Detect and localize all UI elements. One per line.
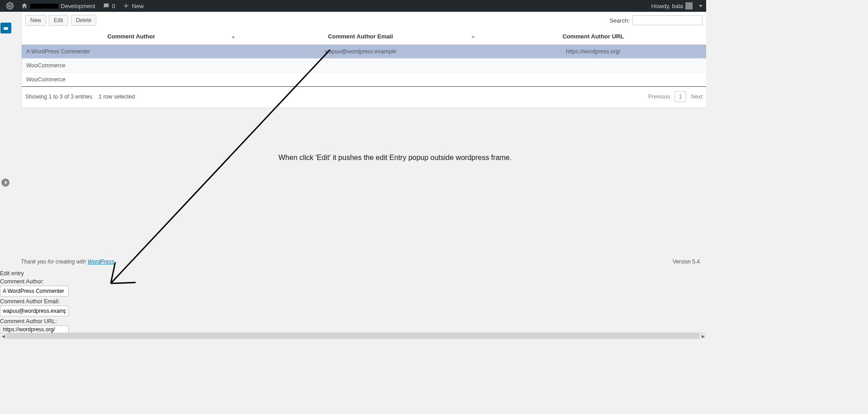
new-link[interactable]: New: [120, 2, 146, 9]
dock-card-button[interactable]: [0, 23, 11, 33]
selected-info: 1 row selected: [99, 94, 135, 100]
author-field-label: Comment Author:: [0, 278, 69, 285]
comments-count: 0: [112, 3, 115, 9]
admin-bar: W Development 0 New Howdy, bala: [0, 0, 706, 12]
comments-table: Comment Author ▲ Comment Author Email ◆ …: [22, 28, 706, 86]
edit-entry-title: Edit entry: [0, 270, 69, 277]
svg-line-4: [111, 282, 136, 283]
table-row[interactable]: A WordPress Commenter wapuu@wordpress.ex…: [22, 45, 706, 59]
cell-email: [241, 59, 480, 73]
new-label: New: [132, 3, 144, 9]
sort-asc-icon: ▲: [231, 34, 236, 39]
wp-logo[interactable]: W: [4, 2, 16, 9]
thanks-prefix: Thank you for creating with: [21, 259, 87, 265]
col-url[interactable]: Comment Author URL: [480, 28, 706, 45]
home-icon: [21, 2, 28, 9]
search-input[interactable]: [632, 15, 703, 25]
horizontal-scrollbar[interactable]: ◀ ▶: [0, 333, 706, 339]
site-link[interactable]: Development: [18, 2, 98, 9]
cell-url: [480, 59, 706, 73]
entries-info: Showing 1 to 3 of 3 entries: [25, 94, 92, 100]
dropdown-caret-icon[interactable]: [699, 5, 703, 7]
card-icon: [3, 25, 9, 31]
annotation-text: When click 'Edit' it pushes the edit Ent…: [278, 154, 512, 162]
site-suffix: Development: [61, 3, 95, 9]
search-label: Search:: [609, 17, 630, 24]
table-row[interactable]: WooCommerce: [22, 73, 706, 87]
pager-page-1[interactable]: 1: [675, 91, 686, 102]
wp-thank-you: Thank you for creating with WordPress.: [21, 259, 116, 265]
col-url-label: Comment Author URL: [562, 33, 624, 40]
col-email-label: Comment Author Email: [328, 33, 393, 40]
scroll-right-icon[interactable]: ▶: [700, 334, 706, 339]
cell-url: https://wordpress.org/: [480, 45, 706, 59]
comment-icon: [103, 2, 110, 9]
svg-rect-1: [4, 26, 8, 27]
svg-line-3: [111, 262, 115, 283]
comments-link[interactable]: 0: [100, 2, 118, 9]
wp-version: Version 5.4: [673, 259, 700, 265]
cell-email: wapuu@wordpress.example: [241, 45, 480, 59]
plus-icon: [123, 2, 130, 9]
left-dock: [0, 23, 12, 33]
cell-author: A WordPress Commenter: [22, 45, 241, 59]
data-panel: New Edit Delete Search: Comment Author ▲…: [21, 12, 706, 108]
edit-entry-popup: Edit entry Comment Author: Comment Autho…: [0, 270, 69, 333]
delete-button[interactable]: Delete: [71, 15, 97, 26]
cell-email: [241, 73, 480, 87]
url-field-label: Comment Author URL:: [0, 318, 69, 325]
cell-url: [480, 73, 706, 87]
sort-both-icon: ◆: [472, 34, 475, 39]
email-field[interactable]: [0, 306, 69, 316]
pager-previous[interactable]: Previous: [648, 94, 670, 100]
cell-author: WooCommerce: [22, 73, 241, 87]
email-field-label: Comment Author Email:: [0, 298, 69, 305]
col-author-label: Comment Author: [107, 33, 155, 40]
table-footer: Showing 1 to 3 of 3 entries 1 row select…: [22, 86, 706, 108]
avatar: [685, 2, 693, 9]
dock-expand-button[interactable]: [1, 179, 9, 187]
howdy-link[interactable]: Howdy, bala: [648, 2, 695, 9]
redacted-site-name: [30, 4, 58, 9]
new-button[interactable]: New: [25, 15, 46, 26]
url-field[interactable]: [0, 325, 69, 333]
pager-next[interactable]: Next: [691, 94, 703, 100]
period: .: [114, 259, 116, 265]
scrollbar-track[interactable]: [6, 333, 700, 339]
author-field[interactable]: [0, 286, 69, 296]
edit-button[interactable]: Edit: [49, 15, 68, 26]
col-author[interactable]: Comment Author ▲: [22, 28, 241, 45]
table-row[interactable]: WooCommerce: [22, 59, 706, 73]
howdy-text: Howdy, bala: [651, 3, 683, 9]
col-email[interactable]: Comment Author Email ◆: [241, 28, 480, 45]
cell-author: WooCommerce: [22, 59, 241, 73]
wordpress-link[interactable]: WordPress: [87, 259, 114, 265]
scroll-left-icon[interactable]: ◀: [0, 334, 6, 339]
toolbar: New Edit Delete Search:: [22, 12, 706, 28]
